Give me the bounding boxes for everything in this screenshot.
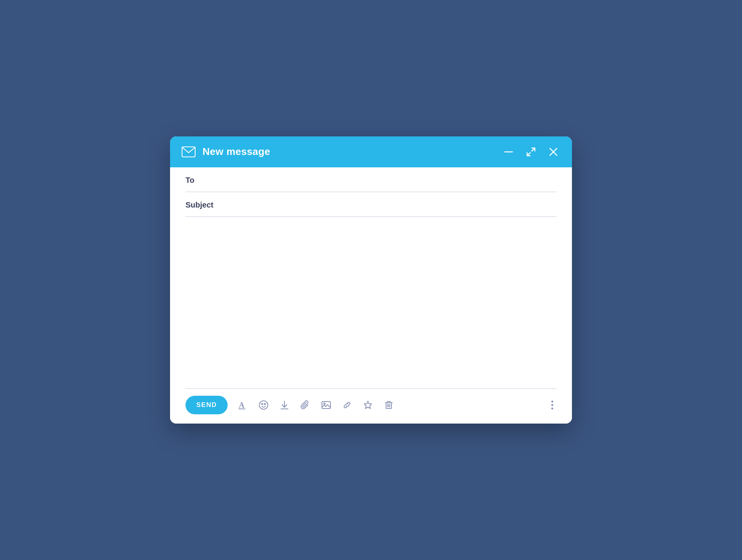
- window-body: To Subject SEND A: [170, 167, 572, 424]
- svg-point-9: [262, 403, 263, 405]
- svg-text:A: A: [239, 401, 245, 409]
- expand-button[interactable]: [524, 145, 538, 159]
- svg-point-10: [264, 403, 265, 405]
- window-title: New message: [203, 146, 270, 158]
- close-button[interactable]: [546, 145, 560, 159]
- toolbar-icons: A: [236, 398, 545, 412]
- to-input[interactable]: [224, 176, 556, 184]
- header-left: New message: [182, 146, 270, 158]
- mail-icon: [182, 146, 196, 157]
- to-label: To: [186, 176, 220, 185]
- format-text-button[interactable]: A: [236, 398, 249, 412]
- emoji-button[interactable]: [257, 398, 270, 412]
- subject-field-row: Subject: [186, 192, 556, 217]
- svg-point-20: [551, 401, 553, 403]
- subject-label: Subject: [186, 201, 220, 209]
- svg-point-22: [551, 408, 553, 410]
- more-options-button[interactable]: [548, 398, 556, 412]
- image-button[interactable]: [320, 398, 333, 412]
- svg-point-8: [259, 401, 268, 409]
- send-button[interactable]: SEND: [186, 396, 228, 414]
- attach-button[interactable]: [299, 398, 312, 412]
- to-field-row: To: [186, 167, 556, 192]
- header-controls: [502, 145, 560, 159]
- message-body-area: [186, 217, 556, 388]
- svg-marker-15: [364, 401, 372, 409]
- star-button[interactable]: [361, 398, 374, 412]
- minimize-button[interactable]: [502, 145, 516, 159]
- link-button[interactable]: [340, 398, 354, 412]
- toolbar: SEND A: [186, 389, 556, 424]
- window-header: New message: [170, 136, 572, 167]
- download-button[interactable]: [278, 398, 291, 412]
- svg-point-21: [551, 404, 553, 406]
- svg-point-14: [324, 403, 325, 405]
- message-textarea[interactable]: [186, 225, 556, 379]
- trash-button[interactable]: [382, 398, 395, 412]
- subject-input[interactable]: [224, 201, 556, 209]
- svg-rect-13: [322, 402, 330, 409]
- compose-window: New message: [170, 136, 572, 424]
